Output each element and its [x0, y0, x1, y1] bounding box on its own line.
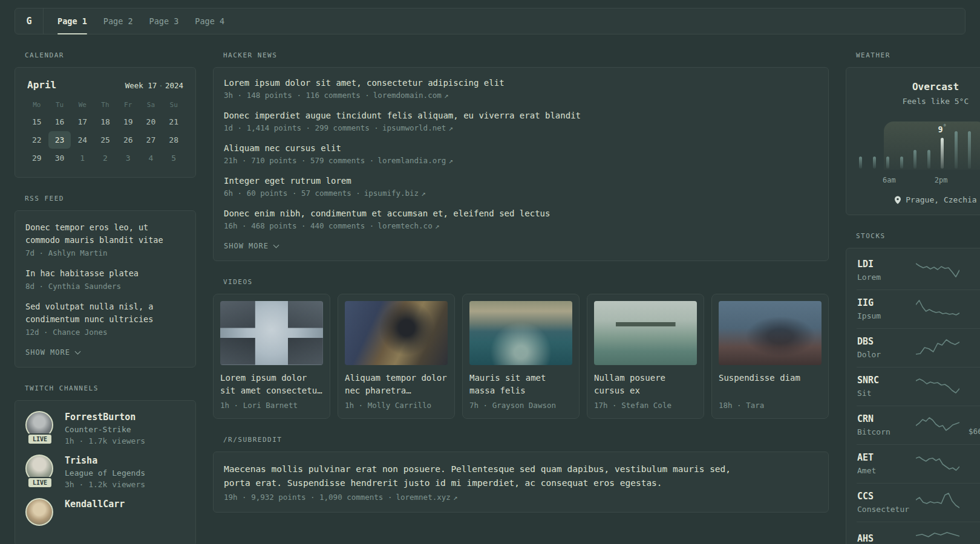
stock-symbol: LDI	[857, 259, 916, 270]
calendar-year: 2024	[165, 81, 183, 90]
video-thumbnail[interactable]	[220, 301, 323, 365]
stock-change: +0.46%	[959, 534, 980, 543]
rss-item-title[interactable]: Donec tempor eros leo, ut commodo mauris…	[25, 221, 185, 247]
stock-row[interactable]: AHS +0.46%	[857, 522, 980, 544]
reddit-post-domain-link[interactable]: loremnet.xyz↗	[396, 493, 457, 502]
video-title[interactable]: Lorem ipsum dolor sit amet consectetu…	[220, 372, 323, 397]
dot-separator: ·	[157, 81, 165, 90]
stock-price: $156.28	[959, 349, 980, 358]
calendar-day: 29	[25, 149, 48, 167]
calendar-day: 30	[48, 149, 71, 167]
twitch-channel-name[interactable]: KendallCarr	[65, 498, 125, 510]
calendar-widget: CALENDAR April Week 17·2024 Mo Tu We Th …	[15, 51, 196, 178]
video-card: Lorem ipsum dolor sit amet consectetu… 1…	[213, 294, 330, 419]
rss-item-title[interactable]: Sed volutpat nulla nisl, a condimentum n…	[25, 300, 185, 326]
current-temp-label: 9°	[938, 123, 947, 134]
stock-values: +0.51%$165.84	[959, 491, 980, 513]
video-title[interactable]: Mauris sit amet massa felis	[469, 372, 572, 397]
hn-show-more-button[interactable]: SHOW MORE	[224, 242, 818, 250]
hn-story-title[interactable]: Donec enim nibh, condimentum et accumsan…	[224, 209, 818, 218]
twitch-channel-row[interactable]: KendallCarr	[25, 498, 185, 526]
hn-story-domain-link[interactable]: loremdomain.com↗	[373, 91, 448, 100]
rss-item-meta: 8d · Cynthia Saunders	[25, 282, 185, 291]
video-thumbnail[interactable]	[469, 301, 572, 365]
stock-row[interactable]: LDILorem +4.35%$795.18	[857, 251, 980, 290]
weather-location[interactable]: Prague, Czechia	[857, 195, 980, 204]
twitch-channel-game[interactable]: League of Legends	[65, 468, 145, 478]
video-title[interactable]: Aliquam tempor dolor nec pharetra…	[345, 372, 448, 397]
hn-story-title[interactable]: Aliquam nec cursus elit	[224, 143, 818, 153]
calendar-day: 26	[117, 131, 140, 149]
stock-row[interactable]: IIGIpsum +2.84%$42.04	[857, 290, 980, 329]
videos-row: Lorem ipsum dolor sit amet consectetu… 1…	[213, 294, 829, 419]
hacker-news-card: Lorem ipsum dolor sit amet, consectetur …	[213, 67, 829, 261]
hn-story-domain-link[interactable]: loremlandia.org↗	[377, 156, 452, 165]
twitch-channel-row[interactable]: LIVE ForrestBurton Counter-Strike 1h · 1…	[25, 411, 185, 445]
rss-show-more-button[interactable]: SHOW MORE	[25, 348, 185, 357]
twitch-channel-info: KendallCarr	[65, 498, 125, 526]
calendar-day: 22	[25, 131, 48, 149]
stock-sparkline	[916, 260, 959, 280]
reddit-post-title[interactable]: Maecenas mollis pulvinar erat non posuer…	[224, 462, 737, 490]
stock-change: +0.51%	[959, 491, 980, 501]
twitch-channel-game[interactable]: Counter-Strike	[65, 425, 145, 434]
dashboard-page: G Page 1 Page 2 Page 3 Page 4 CALENDAR A…	[0, 0, 980, 544]
video-thumbnail[interactable]	[594, 301, 697, 365]
tab-page-4[interactable]: Page 4	[195, 8, 224, 34]
twitch-channel-row[interactable]: LIVE Trisha League of Legends 3h · 1.2k …	[25, 455, 185, 489]
stock-row[interactable]: DBSDolor +1.42%$156.28	[857, 329, 980, 368]
hn-story-domain-link[interactable]: loremtech.co↗	[377, 221, 439, 230]
stock-price: $66,171.48	[959, 427, 980, 436]
stock-id: DBSDolor	[857, 336, 916, 359]
weather-condition: Overcast	[857, 81, 980, 92]
hn-story-meta: 3h · 148 points · 116 comments ·loremdom…	[224, 91, 818, 100]
stock-price: $165.84	[959, 504, 980, 513]
calendar-grid: Mo Tu We Th Fr Sa Su 15 16 17 18 19 20 2…	[25, 97, 185, 167]
tab-page-3[interactable]: Page 3	[149, 8, 179, 34]
weekday-label: Sa	[140, 97, 163, 112]
hn-story-meta: 16h · 468 points · 440 comments ·loremte…	[224, 221, 818, 230]
hn-story-title[interactable]: Lorem ipsum dolor sit amet, consectetur …	[224, 78, 818, 88]
video-thumbnail[interactable]	[345, 301, 448, 365]
stock-id: CRNBitcorn	[857, 413, 916, 436]
stock-row[interactable]: AETAmet +0.92%$499.72	[857, 445, 980, 484]
stock-id: AHS	[857, 533, 916, 544]
hn-story-meta: 6h · 60 points · 57 comments ·ipsumify.b…	[224, 189, 818, 198]
stock-row[interactable]: SNRCSit +1.36%$148.64	[857, 368, 980, 406]
video-title[interactable]: Nullam posuere cursus ex	[594, 372, 697, 397]
twitch-card: LIVE ForrestBurton Counter-Strike 1h · 1…	[15, 400, 196, 544]
twitch-channel-viewers: 1h · 1.7k viewers	[65, 436, 145, 445]
hn-story-domain-link[interactable]: ipsumify.biz↗	[364, 189, 426, 198]
weather-widget: WEATHER Overcast Feels like 5°C 9°	[846, 51, 980, 215]
app-logo[interactable]: G	[15, 8, 44, 34]
hn-story-title[interactable]: Donec imperdiet augue tincidunt felis al…	[224, 111, 818, 120]
twitch-channel-name[interactable]: ForrestBurton	[65, 411, 145, 423]
tab-page-2[interactable]: Page 2	[103, 8, 133, 34]
stock-row[interactable]: CCSConsectetur +0.51%$165.84	[857, 484, 980, 522]
video-thumbnail[interactable]	[719, 301, 822, 365]
hn-story-stats: 3h · 148 points · 116 comments ·	[224, 91, 370, 100]
calendar-day: 17	[71, 113, 94, 131]
rss-item-title[interactable]: In hac habitasse platea	[25, 267, 185, 280]
calendar-day-selected: 23	[48, 131, 71, 149]
stock-name: Ipsum	[857, 311, 916, 320]
calendar-widget-label: CALENDAR	[15, 51, 196, 59]
calendar-day: 20	[140, 113, 163, 131]
twitch-channel-name[interactable]: Trisha	[65, 455, 145, 466]
hn-story-domain-link[interactable]: ipsumworld.net↗	[382, 123, 453, 132]
external-link-icon: ↗	[435, 221, 440, 230]
show-more-label: SHOW MORE	[25, 348, 70, 357]
stock-row[interactable]: CRNBitcorn -1.00%$66,171.48	[857, 406, 980, 445]
weather-bar	[886, 157, 889, 169]
stocks-widget: STOCKS LDILorem +4.35%$795.18 IIGIpsum +…	[846, 232, 980, 544]
video-title[interactable]: Suspendisse diam	[719, 372, 822, 397]
hn-story-title[interactable]: Integer eget rutrum lorem	[224, 176, 818, 186]
stock-name: Amet	[857, 466, 916, 475]
stock-sparkline	[916, 415, 959, 435]
stock-sparkline	[916, 529, 959, 544]
calendar-day-next-month: 3	[117, 149, 140, 167]
calendar-header: April Week 17·2024	[25, 78, 185, 91]
tab-page-1[interactable]: Page 1	[57, 8, 87, 34]
video-meta: 18h · Tara	[719, 401, 822, 410]
stock-change: +2.84%	[959, 298, 980, 308]
